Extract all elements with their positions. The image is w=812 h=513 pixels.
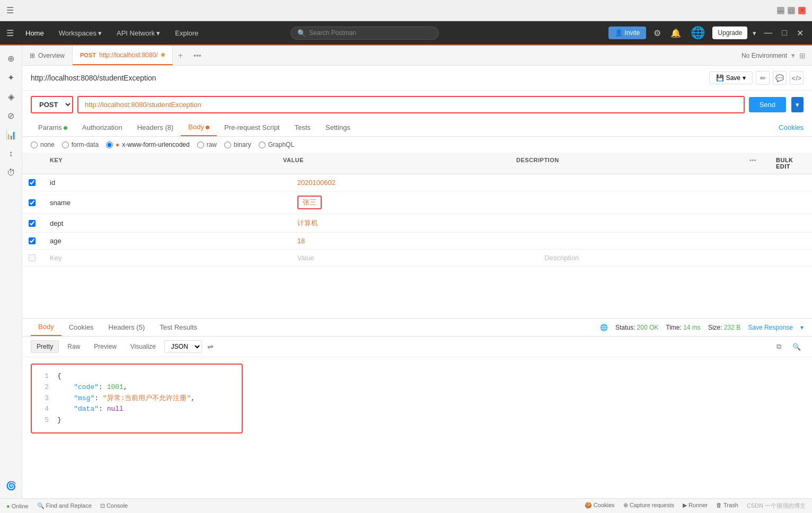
tab-params[interactable]: Params [31,119,75,136]
row-checkbox-dept[interactable] [22,214,43,232]
settings-icon[interactable]: ⚙ [651,26,663,40]
row-key-id[interactable]: id [43,174,291,191]
url-input[interactable] [78,97,744,112]
nav-api-network[interactable]: API Network ▾ [113,27,163,39]
save-response-dropdown-icon[interactable]: ▾ [800,324,804,331]
minimize-button[interactable]: — [777,7,784,14]
row-value-sname[interactable]: 张三 [291,191,539,214]
tab-add-button[interactable]: + [173,51,188,60]
format-type-select[interactable]: JSON [164,340,202,353]
nav-home[interactable]: Home [22,27,47,39]
sidebar-icon-flows[interactable]: ↕ [3,145,20,162]
format-preview[interactable]: Preview [89,341,122,352]
env-settings-icon[interactable]: ⊞ [799,51,806,60]
sidebar-icon-monitors[interactable]: 📊 [3,126,20,143]
env-dropdown-icon[interactable]: ▾ [791,51,795,59]
filter-icon[interactable]: ⇌ [207,342,214,351]
window-close-icon[interactable]: ✕ [795,26,806,40]
row-key-dept[interactable]: dept [43,214,291,232]
maximize-button[interactable]: □ [788,7,795,14]
tab-active-request[interactable]: POST http://localhost:8080/ [73,46,173,65]
nav-explore[interactable]: Explore [172,27,201,39]
sidebar-icon-history[interactable]: ⏱ [3,164,20,181]
radio-graphql[interactable]: GraphQL [259,141,294,148]
bulk-edit-button[interactable]: Bulk Edit [770,153,812,174]
tab-headers[interactable]: Headers (8) [130,119,181,136]
radio-urlencoded-input[interactable] [106,141,113,148]
radio-none-input[interactable] [31,141,38,148]
nav-workspaces[interactable]: Workspaces ▾ [56,27,105,39]
row-checkbox-sname[interactable] [22,191,43,214]
user-avatar[interactable]: 🌐 [689,24,707,42]
row-key-sname[interactable]: sname [43,191,291,214]
sidebar-icon-environments[interactable]: ◈ [3,88,20,105]
row-checkbox-id[interactable] [22,174,43,191]
format-pretty[interactable]: Pretty [31,340,59,353]
find-replace-button[interactable]: 🔍 Find and Replace [37,502,92,509]
radio-form-data-input[interactable] [62,141,69,148]
resp-tab-test-results[interactable]: Test Results [152,319,205,335]
runner-button[interactable]: ▶ Runner [683,502,708,510]
window-minimize-icon[interactable]: — [762,26,774,40]
radio-raw-input[interactable] [197,141,204,148]
th-more[interactable]: ••• [743,153,770,174]
comment-icon[interactable]: 💬 [773,71,787,85]
sidebar-icon-collections[interactable]: ⊕ [3,50,20,67]
search-response-icon[interactable]: 🔍 [790,340,804,353]
trash-button[interactable]: 🗑 Trash [716,502,738,510]
save-button[interactable]: 💾 Save ▾ [709,72,753,84]
menu-icon[interactable]: ☰ [6,28,14,38]
save-dropdown-icon[interactable]: ▾ [743,74,746,82]
sidebar-icon-mock[interactable]: ⊘ [3,107,20,124]
console-button[interactable]: ⊡ Console [100,502,128,509]
radio-raw[interactable]: raw [197,141,217,148]
tab-more-button[interactable]: ••• [188,51,207,60]
send-dropdown-button[interactable]: ▾ [791,97,804,112]
resp-tab-cookies[interactable]: Cookies [61,319,101,335]
tab-body[interactable]: Body [181,119,217,136]
empty-key[interactable]: Key [43,250,291,266]
row-desc-age[interactable] [538,233,785,249]
capture-requests-button[interactable]: ⊕ Capture requests [623,502,674,510]
upgrade-button[interactable]: Upgrade [712,26,747,39]
tab-overview[interactable]: ⊞ Overview [22,46,73,65]
code-icon[interactable]: </> [790,71,804,85]
empty-description[interactable]: Description [538,250,785,266]
radio-none[interactable]: none [31,141,55,148]
row-desc-sname[interactable] [538,191,785,214]
search-input[interactable] [309,29,432,37]
format-raw[interactable]: Raw [62,341,85,352]
row-desc-dept[interactable] [538,214,785,232]
method-select[interactable]: POST [31,96,73,113]
cookies-link[interactable]: Cookies [779,123,804,131]
row-value-id[interactable]: 2020100602 [291,174,539,191]
edit-icon[interactable]: ✏ [756,71,770,85]
row-desc-id[interactable] [538,174,785,191]
copy-icon[interactable]: ⧉ [772,340,785,353]
tab-tests[interactable]: Tests [287,119,318,136]
resp-tab-body[interactable]: Body [31,319,61,336]
sidebar-icon-apis[interactable]: ✦ [3,69,20,86]
notifications-icon[interactable]: 🔔 [668,26,683,40]
radio-form-data[interactable]: form-data [62,141,99,148]
radio-binary-input[interactable] [224,141,231,148]
tab-pre-request-script[interactable]: Pre-request Script [217,119,287,136]
send-button[interactable]: Send [749,97,786,112]
row-value-age[interactable]: 18 [291,233,539,249]
empty-checkbox[interactable] [22,250,43,266]
sidebar-icon-bottom[interactable]: 🌀 [3,477,20,494]
hamburger-icon[interactable]: ☰ [6,5,14,15]
empty-value[interactable]: Value [291,250,539,266]
invite-button[interactable]: 👤 Invite [608,26,646,39]
row-key-age[interactable]: age [43,233,291,249]
radio-binary[interactable]: binary [224,141,251,148]
row-checkbox-age[interactable] [22,233,43,249]
save-response-button[interactable]: Save Response [748,324,793,331]
row-value-dept[interactable]: 计算机 [291,214,539,232]
close-button[interactable]: ✕ [798,7,806,14]
radio-graphql-input[interactable] [259,141,266,148]
cookies-status-button[interactable]: 🍪 Cookies [585,502,615,510]
upgrade-dropdown-icon[interactable]: ▾ [753,29,756,37]
window-maximize-icon[interactable]: □ [780,26,789,40]
resp-tab-headers[interactable]: Headers (5) [101,319,153,335]
